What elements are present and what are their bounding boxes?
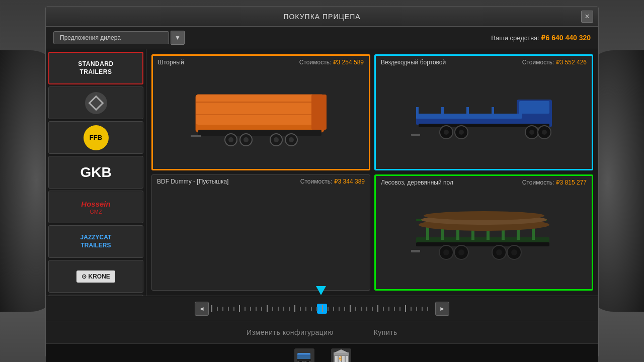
svg-rect-20 — [441, 107, 444, 117]
svg-rect-14 — [191, 135, 201, 137]
trailer-cost-3: Стоимость: ₽3 344 389 — [300, 178, 365, 185]
svg-rect-58 — [297, 355, 310, 359]
svg-rect-23 — [519, 107, 522, 117]
content-area: STANDARDTRAILERS FFB GKB Hos — [46, 49, 598, 296]
trailer-card-header-2: Вездеходный бортовой Стоимость: ₽3 552 4… — [376, 56, 592, 68]
buy-button[interactable]: Купить — [374, 328, 397, 336]
green-trailer-drawing — [411, 205, 557, 270]
ffb-logo-icon: FFB — [84, 125, 109, 150]
dealer-dropdown-area: Предложения дилера ▼ — [53, 31, 185, 45]
svg-rect-19 — [416, 107, 419, 117]
trailer-cost-2: Стоимость: ₽3 552 426 — [522, 59, 587, 66]
svg-rect-69 — [346, 356, 348, 362]
dialog-header: ПОКУПКА ПРИЦЕПА × — [46, 7, 598, 27]
sidebar-item-krone[interactable]: ⊙ KRONE — [48, 260, 143, 293]
sidebar-item-gkb[interactable]: GKB — [48, 156, 143, 189]
trailer-image-1 — [153, 68, 369, 169]
hossein-logo: Hossein GMZ — [81, 200, 110, 215]
blue-trailer-drawing — [411, 89, 557, 145]
svg-text:€: € — [339, 356, 342, 361]
trailer-card-bdf[interactable]: BDF Dummy - [Пустышка] Стоимость: ₽3 344… — [151, 174, 370, 291]
funds-area: Ваши средства: ₽6 640 440 320 — [491, 34, 591, 42]
sidebar-item-ffb[interactable]: FFB — [48, 121, 143, 154]
trailer-card-header-3: BDF Dummy - [Пустышка] Стоимость: ₽3 344… — [152, 175, 370, 187]
trailer-card-vezdehod[interactable]: Вездеходный бортовой Стоимость: ₽3 552 4… — [374, 54, 593, 170]
dialog-title: ПОКУПКА ПРИЦЕПА — [283, 13, 360, 21]
bank-icon-svg: € — [333, 349, 350, 363]
svg-point-7 — [228, 137, 233, 142]
krone-text: ⊙ KRONE — [82, 273, 110, 280]
icon-item-trailers[interactable]: Прицепы — [293, 348, 316, 363]
funds-value: ₽6 640 440 320 — [541, 34, 591, 42]
icon-item-bank[interactable]: € Банк — [331, 348, 351, 363]
orange-trailer-drawing — [191, 87, 332, 147]
trailer-card-lesovoz[interactable]: Лесовоз, деревянный пол Стоимость: ₽3 81… — [374, 174, 593, 291]
svg-marker-65 — [334, 349, 349, 353]
trailers-icon — [294, 348, 314, 363]
dropdown-arrow-icon[interactable]: ▼ — [171, 31, 185, 45]
scroll-left-button[interactable]: ◄ — [195, 302, 209, 316]
svg-point-46 — [424, 211, 544, 220]
trailer-card-shtorny[interactable]: Шторный Стоимость: ₽3 254 589 — [151, 54, 370, 170]
svg-point-9 — [244, 137, 249, 142]
hossein-gmz-text: GMZ — [81, 209, 110, 215]
svg-point-13 — [289, 137, 294, 142]
svg-rect-62 — [297, 359, 311, 361]
svg-rect-56 — [411, 250, 420, 252]
trailer-card-header-4: Лесовоз, деревянный пол Стоимость: ₽3 81… — [376, 176, 592, 188]
top-bar: Предложения дилера ▼ Ваши средства: ₽6 6… — [46, 27, 598, 49]
trailer-card-header-1: Шторный Стоимость: ₽3 254 589 — [153, 56, 369, 68]
trailer-grid: Шторный Стоимость: ₽3 254 589 — [146, 49, 598, 296]
sidebar-item-logo1[interactable] — [48, 86, 143, 119]
dealer-select[interactable]: Предложения дилера — [53, 31, 169, 44]
svg-point-28 — [459, 130, 464, 135]
svg-rect-1 — [196, 95, 324, 125]
svg-rect-5 — [198, 130, 321, 136]
svg-point-30 — [529, 130, 534, 135]
diamond-inner — [88, 95, 104, 111]
trailer-image-2 — [376, 68, 592, 169]
svg-rect-21 — [466, 107, 469, 117]
svg-point-32 — [542, 130, 547, 135]
close-button[interactable]: × — [581, 11, 593, 23]
purchase-dialog: ПОКУПКА ПРИЦЕПА × Предложения дилера ▼ В… — [45, 6, 599, 358]
diamond-logo-icon — [85, 92, 107, 114]
sidebar-item-label-standard: STANDARDTRAILERS — [78, 60, 113, 76]
sidebar-item-hossein[interactable]: Hossein GMZ — [48, 191, 143, 223]
trailer-name-1: Шторный — [158, 59, 184, 66]
configure-button[interactable]: Изменить конфигурацию — [247, 328, 334, 336]
icon-bar: Прицепы € Банк — [46, 343, 598, 362]
svg-point-11 — [274, 137, 279, 142]
trailer-name-2: Вездеходный бортовой — [381, 59, 446, 66]
svg-rect-68 — [342, 356, 345, 362]
trailer-name-4: Лесовоз, деревянный пол — [381, 179, 453, 186]
svg-point-55 — [511, 249, 517, 255]
scroll-area: ◄ ► — [46, 296, 598, 321]
bank-icon: € — [331, 348, 351, 363]
hossein-text: Hossein — [81, 200, 110, 209]
sidebar-item-standard-trailers[interactable]: STANDARDTRAILERS — [48, 52, 143, 84]
funds-label: Ваши средства: — [491, 34, 539, 42]
jazzycat-label: JAZZYCATTRAILERS — [80, 234, 112, 249]
svg-rect-16 — [519, 101, 549, 114]
krone-logo-icon: ⊙ KRONE — [76, 270, 115, 283]
scroll-track[interactable] — [211, 305, 433, 313]
trailer-name-3: BDF Dummy - [Пустышка] — [157, 178, 228, 185]
sidebar: STANDARDTRAILERS FFB GKB Hos — [46, 49, 146, 296]
svg-rect-4 — [311, 95, 327, 130]
svg-point-51 — [458, 249, 464, 255]
svg-rect-47 — [416, 242, 549, 246]
trailer-image-4 — [376, 188, 592, 289]
svg-rect-22 — [492, 107, 494, 117]
scroll-right-button[interactable]: ► — [435, 302, 449, 316]
gkb-label: GKB — [80, 164, 111, 180]
svg-point-53 — [496, 249, 502, 255]
svg-point-49 — [443, 249, 449, 255]
trailer-cost-4: Стоимость: ₽3 815 277 — [522, 179, 587, 186]
sidebar-item-jazzycat[interactable]: JAZZYCATTRAILERS — [48, 225, 143, 258]
ffb-text: FFB — [90, 134, 102, 141]
trailer-cost-1: Стоимость: ₽3 254 589 — [299, 59, 364, 66]
trailers-icon-svg — [297, 350, 312, 363]
svg-point-26 — [444, 130, 449, 135]
svg-rect-66 — [335, 356, 338, 362]
